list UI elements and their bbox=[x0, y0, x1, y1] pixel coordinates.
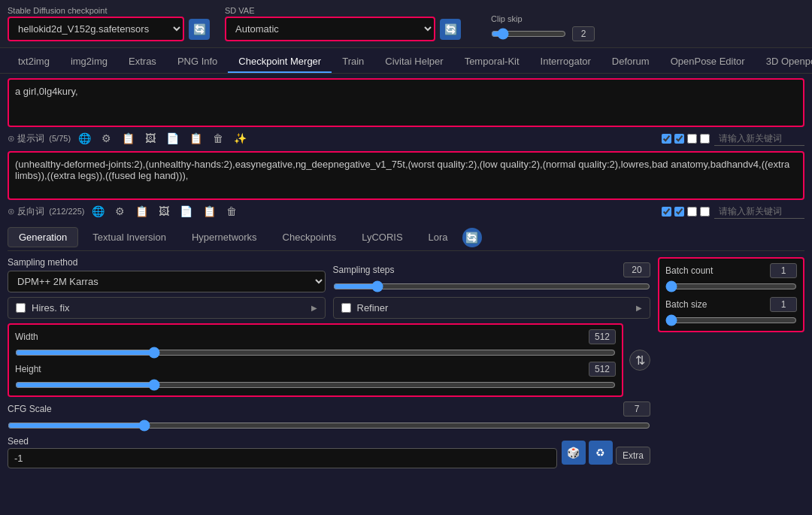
refiner-label: Refiner bbox=[357, 302, 631, 314]
neg-cb1[interactable] bbox=[662, 207, 671, 217]
tab-extras[interactable]: Extras bbox=[118, 51, 167, 73]
sampling-steps-label: Sampling steps bbox=[333, 265, 395, 275]
checkpoint-refresh-btn[interactable]: 🔄 bbox=[189, 19, 210, 40]
seed-label: Seed bbox=[8, 436, 557, 447]
gen-tabs-refresh-btn[interactable]: 🔄 bbox=[462, 228, 482, 247]
style-icon[interactable]: ✨ bbox=[231, 131, 250, 146]
batch-size-item: Batch size 1 bbox=[665, 297, 797, 326]
width-label-row: Width 512 bbox=[15, 329, 616, 344]
positive-cb2[interactable] bbox=[674, 134, 684, 144]
gen-tab-textual-inversion[interactable]: Textual Inversion bbox=[81, 227, 177, 247]
batch-count-value: 1 bbox=[770, 263, 797, 278]
seed-input[interactable] bbox=[8, 448, 557, 468]
negative-keyword-input[interactable] bbox=[714, 204, 804, 219]
left-controls: Sampling method DPM++ 2M Karras Sampling… bbox=[8, 257, 650, 468]
gen-tab-checkpoints[interactable]: Checkpoints bbox=[271, 227, 348, 247]
hires-checkbox[interactable] bbox=[16, 303, 26, 313]
height-item: Height 512 bbox=[15, 362, 616, 391]
positive-cb1[interactable] bbox=[662, 134, 671, 144]
checkpoint-section: Stable Diffusion checkpoint hellokid2d_V… bbox=[8, 6, 210, 41]
trash-icon[interactable]: 🗑 bbox=[210, 131, 226, 146]
tab-interrogator[interactable]: Interrogator bbox=[530, 51, 601, 73]
clip-skip-slider[interactable] bbox=[491, 28, 566, 40]
tab-img2img[interactable]: img2img bbox=[60, 51, 118, 73]
sampling-steps-value: 20 bbox=[623, 262, 650, 277]
fix-row: Hires. fix ▶ Refiner ▶ bbox=[8, 297, 650, 319]
positive-cb3[interactable] bbox=[687, 134, 697, 144]
clip-skip-value: 2 bbox=[572, 26, 595, 41]
gen-tabs-bar: Generation Textual Inversion Hypernetwor… bbox=[8, 224, 804, 251]
sampling-method-section: Sampling method DPM++ 2M Karras bbox=[8, 257, 326, 292]
cfg-label: CFG Scale bbox=[8, 404, 52, 414]
clip-row: 2 bbox=[491, 26, 595, 41]
copy3-icon[interactable]: 📋 bbox=[186, 131, 205, 146]
sdvae-dropdown[interactable]: Automatic bbox=[225, 17, 435, 41]
width-slider[interactable] bbox=[15, 347, 616, 359]
clip-section: Clip skip 2 bbox=[491, 14, 595, 41]
positive-cb4[interactable] bbox=[700, 134, 710, 144]
hires-label: Hires. fix bbox=[32, 302, 305, 314]
tab-civitai[interactable]: Civitai Helper bbox=[374, 51, 453, 73]
neg-image-icon[interactable]: 🖼 bbox=[156, 204, 172, 219]
sampling-method-select[interactable]: DPM++ 2M Karras bbox=[8, 271, 326, 292]
globe-icon[interactable]: 🌐 bbox=[75, 131, 94, 146]
sampling-steps-slider[interactable] bbox=[333, 280, 651, 292]
positive-prompt-textarea[interactable]: a girl,0lg4kury, bbox=[8, 78, 804, 127]
main-wrapper: a girl,0lg4kury, ⊙ 提示词 (5/75) 🌐 ⚙ 📋 🖼 📄 … bbox=[0, 74, 812, 473]
cfg-section: CFG Scale 7 bbox=[8, 401, 650, 432]
seed-row: Seed 🎲 ♻ Extra bbox=[8, 436, 650, 468]
tab-txt2img[interactable]: txt2img bbox=[8, 51, 60, 73]
tab-3d[interactable]: 3D Openpos bbox=[756, 51, 812, 73]
neg-settings-icon[interactable]: ⚙ bbox=[112, 204, 128, 219]
neg-globe-icon[interactable]: 🌐 bbox=[89, 204, 108, 219]
tab-train[interactable]: Train bbox=[332, 51, 374, 73]
gen-tab-lycoris[interactable]: LyCORIS bbox=[350, 227, 414, 247]
sdvae-refresh-btn[interactable]: 🔄 bbox=[440, 19, 461, 40]
neg-copy3-icon[interactable]: 📋 bbox=[200, 204, 219, 219]
seed-recycle-btn[interactable]: ♻ bbox=[589, 441, 613, 465]
tab-temporal[interactable]: Temporal-Kit bbox=[454, 51, 530, 73]
batch-size-value: 1 bbox=[770, 297, 797, 312]
tab-openpose[interactable]: OpenPose Editor bbox=[660, 51, 756, 73]
settings-icon[interactable]: ⚙ bbox=[98, 131, 114, 146]
copy2-icon[interactable]: 📄 bbox=[163, 131, 182, 146]
neg-cb2[interactable] bbox=[674, 207, 684, 217]
checkpoint-dropdown[interactable]: hellokid2d_V152g.safetensors bbox=[8, 17, 184, 41]
positive-keyword-input[interactable] bbox=[714, 132, 804, 146]
wh-area: Width 512 Height 512 ⇅ bbox=[8, 323, 650, 397]
paste-icon[interactable]: 📋 bbox=[119, 131, 138, 146]
neg-copy2-icon[interactable]: 📄 bbox=[177, 204, 195, 219]
cfg-slider[interactable] bbox=[8, 420, 650, 432]
neg-paste-icon[interactable]: 📋 bbox=[132, 204, 151, 219]
batch-count-slider[interactable] bbox=[665, 280, 797, 292]
seed-extra-btn[interactable]: Extra bbox=[616, 447, 650, 465]
neg-cb3[interactable] bbox=[687, 207, 697, 217]
gen-tab-generation[interactable]: Generation bbox=[8, 227, 78, 247]
gen-tab-lora[interactable]: Lora bbox=[417, 227, 459, 247]
refiner-triangle-icon: ▶ bbox=[636, 304, 642, 312]
neg-trash-icon[interactable]: 🗑 bbox=[223, 204, 240, 219]
sampling-steps-section: Sampling steps 20 bbox=[333, 262, 651, 292]
tab-deforum[interactable]: Deforum bbox=[601, 51, 660, 73]
negative-prompt-textarea[interactable]: (unhealthy-deformed-joints:2),(unhealthy… bbox=[8, 151, 804, 200]
neg-cb4[interactable] bbox=[700, 207, 710, 217]
swap-dimensions-btn[interactable]: ⇅ bbox=[629, 350, 650, 371]
batch-size-label: Batch size bbox=[665, 299, 707, 310]
image-icon[interactable]: 🖼 bbox=[142, 131, 159, 146]
seed-dice-btn[interactable]: 🎲 bbox=[562, 441, 586, 465]
width-value: 512 bbox=[589, 329, 616, 344]
batch-size-slider[interactable] bbox=[665, 314, 797, 326]
negative-prompt-label: ⊙ 反向词 bbox=[8, 205, 44, 218]
height-label: Height bbox=[15, 364, 41, 374]
top-bar: Stable Diffusion checkpoint hellokid2d_V… bbox=[0, 0, 812, 48]
sampling-row: Sampling method DPM++ 2M Karras Sampling… bbox=[8, 257, 650, 292]
height-value: 512 bbox=[589, 362, 616, 377]
hires-triangle-icon: ▶ bbox=[311, 304, 317, 312]
gen-tab-hypernetworks[interactable]: Hypernetworks bbox=[180, 227, 268, 247]
positive-prompt-label: ⊙ 提示词 bbox=[8, 132, 44, 145]
tab-pnginfo[interactable]: PNG Info bbox=[167, 51, 228, 73]
refiner-checkbox[interactable] bbox=[341, 303, 351, 313]
tab-checkpoint-merger[interactable]: Checkpoint Merger bbox=[228, 51, 332, 73]
negative-prompt-toolbar: ⊙ 反向词 (212/225) 🌐 ⚙ 📋 🖼 📄 📋 🗑 bbox=[8, 201, 804, 221]
height-slider[interactable] bbox=[15, 379, 616, 391]
